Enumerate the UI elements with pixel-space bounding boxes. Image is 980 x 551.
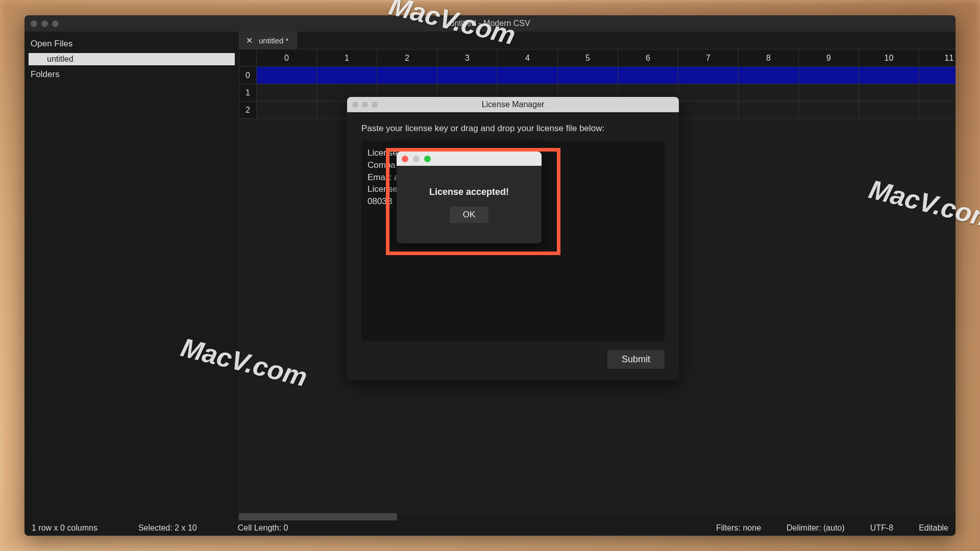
grid-cell[interactable]	[739, 102, 799, 119]
fullscreen-icon[interactable]	[424, 156, 431, 162]
status-selected: Selected: 2 x 10	[138, 523, 197, 533]
grid-cell[interactable]	[377, 67, 437, 84]
col-header-3[interactable]: 3	[437, 49, 498, 67]
grid-cell[interactable]	[799, 84, 859, 102]
grid-cell[interactable]	[799, 102, 859, 119]
col-header-1[interactable]: 1	[317, 49, 377, 67]
ok-button[interactable]: OK	[450, 207, 489, 223]
grid-cell[interactable]	[317, 67, 377, 84]
license-instruction: Paste your license key or drag and drop …	[361, 123, 665, 134]
col-header-10[interactable]: 10	[859, 49, 919, 67]
status-bar: 1 row x 0 columns Selected: 2 x 10 Cell …	[24, 520, 955, 536]
alert-message: License accepted!	[429, 187, 509, 197]
alert-titlebar	[397, 152, 542, 166]
row-header-1[interactable]: 1	[239, 84, 257, 102]
grid-cell[interactable]	[678, 102, 739, 119]
col-header-0[interactable]: 0	[257, 49, 317, 67]
tab-close-icon[interactable]: ✕	[246, 36, 253, 45]
row-header-0[interactable]: 0	[239, 67, 257, 84]
tab-untitled[interactable]: ✕ untitled *	[239, 32, 298, 49]
row-header-2[interactable]: 2	[239, 102, 257, 119]
license-titlebar: License Manager	[347, 97, 679, 112]
sidebar-item-untitled[interactable]: untitled	[29, 53, 235, 65]
col-header-7[interactable]: 7	[678, 49, 739, 67]
close-icon[interactable]	[352, 102, 358, 108]
close-icon[interactable]	[402, 156, 408, 162]
grid-corner[interactable]	[239, 49, 257, 67]
grid-cell[interactable]	[919, 84, 956, 102]
grid-cell[interactable]	[678, 67, 739, 84]
grid-cell[interactable]	[919, 102, 956, 119]
traffic-lights	[31, 20, 59, 27]
grid-cell[interactable]	[257, 67, 317, 84]
sidebar: Open Files untitled Folders	[24, 32, 239, 520]
grid-cell[interactable]	[257, 84, 317, 102]
grid-cell[interactable]	[919, 67, 956, 84]
grid-cell[interactable]	[859, 84, 919, 102]
grid-cell[interactable]	[498, 67, 558, 84]
window-title: untitled - Modern CSV	[450, 19, 530, 28]
submit-button[interactable]: Submit	[607, 350, 665, 369]
status-editable[interactable]: Editable	[919, 523, 948, 533]
grid-cell[interactable]	[257, 102, 317, 119]
col-header-8[interactable]: 8	[739, 49, 799, 67]
col-header-4[interactable]: 4	[498, 49, 558, 67]
col-header-11[interactable]: 11	[919, 49, 956, 67]
grid-cell[interactable]	[859, 67, 919, 84]
grid-cell[interactable]	[739, 67, 799, 84]
col-header-2[interactable]: 2	[377, 49, 437, 67]
license-accepted-alert: License accepted! OK	[397, 152, 542, 243]
titlebar: untitled - Modern CSV	[24, 15, 955, 32]
col-header-9[interactable]: 9	[799, 49, 859, 67]
scrollbar-thumb[interactable]	[239, 513, 397, 520]
license-title: License Manager	[482, 100, 545, 109]
grid-cell[interactable]	[678, 84, 739, 102]
tab-bar: ✕ untitled *	[239, 32, 955, 49]
grid-cell[interactable]	[799, 67, 859, 84]
grid-cell[interactable]	[739, 84, 799, 102]
horizontal-scrollbar[interactable]	[239, 513, 955, 520]
grid-cell[interactable]	[859, 102, 919, 119]
fullscreen-icon[interactable]	[52, 20, 59, 27]
col-header-6[interactable]: 6	[618, 49, 678, 67]
sidebar-folders-heading: Folders	[24, 66, 239, 83]
minimize-icon[interactable]	[362, 102, 368, 108]
close-icon[interactable]	[31, 20, 37, 27]
sidebar-open-files-heading: Open Files	[24, 36, 239, 52]
grid-cell[interactable]	[558, 67, 618, 84]
status-filters[interactable]: Filters: none	[716, 523, 761, 533]
status-dims: 1 row x 0 columns	[32, 523, 97, 533]
minimize-icon[interactable]	[413, 156, 420, 162]
grid-cell[interactable]	[437, 67, 498, 84]
col-header-5[interactable]: 5	[558, 49, 618, 67]
status-encoding[interactable]: UTF-8	[870, 523, 893, 533]
fullscreen-icon[interactable]	[372, 102, 378, 108]
minimize-icon[interactable]	[41, 20, 48, 27]
status-cell-length: Cell Length: 0	[238, 523, 288, 533]
tab-label: untitled *	[259, 36, 288, 45]
grid-cell[interactable]	[618, 67, 678, 84]
status-delimiter[interactable]: Delimiter: (auto)	[787, 523, 845, 533]
